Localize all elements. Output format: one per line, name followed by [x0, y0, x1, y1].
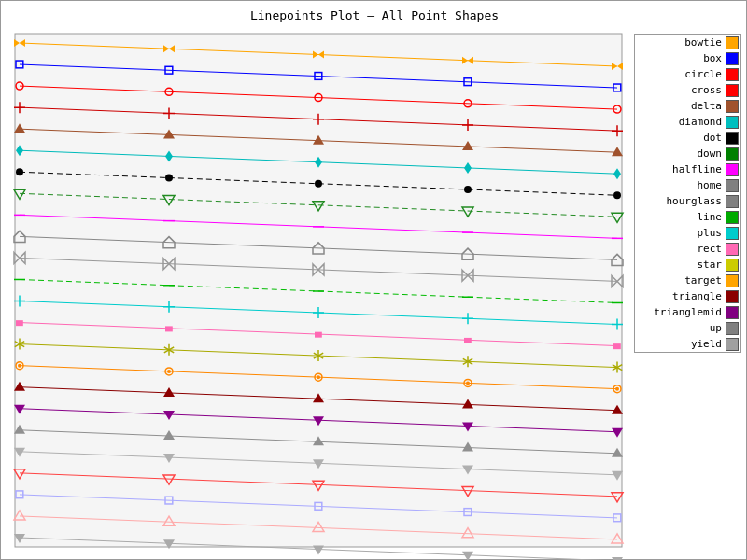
legend-item-down: down	[635, 146, 740, 161]
legend-color	[726, 306, 739, 319]
legend-label: bowtie	[637, 36, 726, 49]
legend-color	[726, 195, 739, 208]
chart-container: bowtieboxcirclecrossdeltadiamonddotdownh…	[0, 0, 747, 560]
legend-item-up: up	[635, 320, 740, 336]
legend-color	[726, 259, 739, 272]
legend-item-line: line	[635, 209, 740, 225]
legend-label: halfline	[637, 163, 726, 175]
legend-label: up	[637, 322, 726, 334]
legend-label: delta	[637, 100, 726, 112]
legend-item-star: star	[635, 257, 740, 273]
legend-label: diamond	[637, 116, 726, 128]
legend-label: yield	[637, 338, 726, 350]
legend-item-trianglemid: trianglemid	[635, 304, 740, 320]
legend-color	[726, 132, 739, 145]
legend-color	[726, 227, 739, 240]
legend-label: trianglemid	[637, 306, 726, 318]
legend-color	[726, 163, 739, 176]
legend-color	[726, 211, 739, 224]
legend-label: target	[637, 274, 726, 287]
legend-item-target: target	[635, 273, 740, 288]
legend-color	[726, 84, 739, 97]
legend-color	[726, 274, 739, 287]
legend-label: cross	[637, 84, 726, 96]
legend: bowtieboxcirclecrossdeltadiamonddotdownh…	[634, 34, 741, 353]
legend-label: box	[637, 52, 726, 64]
legend-label: star	[637, 259, 726, 271]
legend-item-cross: cross	[635, 82, 740, 98]
legend-item-circle: circle	[635, 66, 740, 82]
legend-label: triangle	[637, 290, 726, 302]
legend-item-yield: yield	[635, 336, 740, 352]
legend-item-dot: dot	[635, 130, 740, 146]
legend-label: down	[637, 147, 726, 160]
legend-color	[726, 147, 739, 161]
legend-item-diamond: diamond	[635, 114, 740, 130]
legend-color	[726, 116, 739, 129]
legend-color	[726, 36, 739, 49]
legend-label: hourglass	[637, 195, 726, 207]
legend-item-home: home	[635, 177, 740, 193]
legend-item-plus: plus	[635, 225, 740, 241]
legend-item-hourglass: hourglass	[635, 193, 740, 209]
legend-label: line	[637, 211, 726, 223]
legend-color	[726, 179, 739, 192]
legend-label: home	[637, 179, 726, 191]
legend-item-triangle: triangle	[635, 288, 740, 304]
legend-item-bowtie: bowtie	[635, 35, 740, 50]
legend-item-halfline: halfline	[635, 161, 740, 177]
legend-color	[726, 68, 739, 81]
legend-color	[726, 243, 739, 256]
legend-item-delta: delta	[635, 98, 740, 114]
legend-color	[726, 290, 739, 303]
legend-color	[726, 338, 739, 351]
legend-label: dot	[637, 132, 726, 144]
legend-item-rect: rect	[635, 241, 740, 257]
legend-label: rect	[637, 243, 726, 255]
legend-color	[726, 322, 739, 335]
legend-item-box: box	[635, 50, 740, 66]
legend-label: circle	[637, 68, 726, 80]
legend-color	[726, 100, 739, 113]
legend-label: plus	[637, 227, 726, 239]
legend-color	[726, 52, 739, 65]
